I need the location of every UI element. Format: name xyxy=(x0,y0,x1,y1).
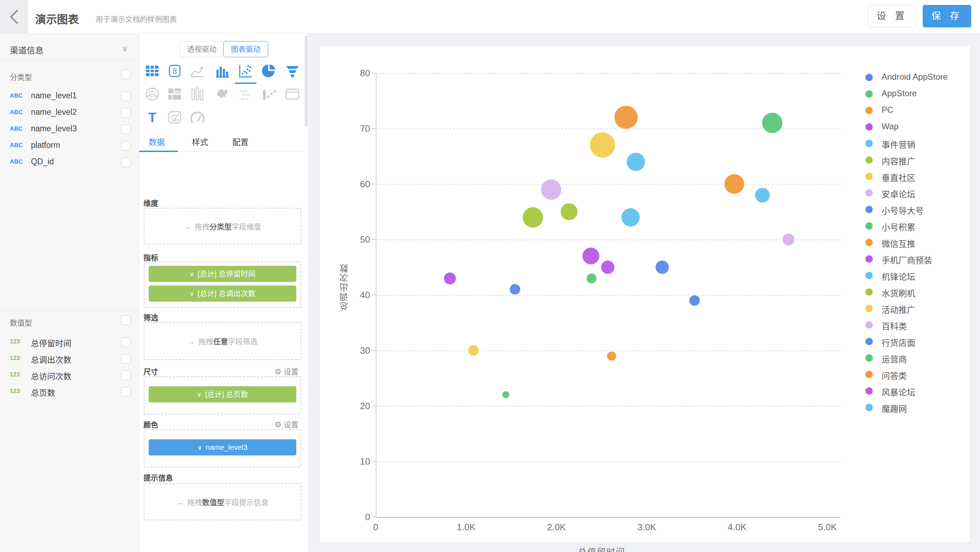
bubble-point[interactable] xyxy=(502,391,509,398)
china-map-icon[interactable] xyxy=(214,86,231,103)
size-pill[interactable]: ∨[总计] 总页数 xyxy=(149,386,296,403)
word-cloud-icon[interactable]: wordcloudagile BI xyxy=(237,86,253,103)
bubble-point[interactable] xyxy=(601,260,614,274)
field-checkbox[interactable] xyxy=(121,387,131,397)
bubble-point[interactable] xyxy=(689,295,700,306)
legend-label: 魔趣网 xyxy=(881,402,907,414)
field-checkbox[interactable] xyxy=(121,158,131,167)
tooltip-dropzone[interactable]: →拖拽数值型字段提示信息 xyxy=(144,483,301,520)
legend-label: 百科类 xyxy=(881,320,907,332)
back-button[interactable] xyxy=(0,0,28,33)
bubble-point[interactable] xyxy=(510,284,520,295)
size-shelf-label: 尺寸 xyxy=(143,366,158,376)
bubble-point[interactable] xyxy=(655,260,669,274)
text-type-icon: ABC xyxy=(10,159,23,165)
field-row-numeric[interactable]: 123总停留时间 xyxy=(0,335,139,351)
x-tick-label: 5.0K xyxy=(818,522,837,533)
bubble-point[interactable] xyxy=(762,113,783,133)
settings-button[interactable]: 设 置 xyxy=(868,5,916,27)
bubble-point[interactable] xyxy=(468,345,479,356)
bubble-point[interactable] xyxy=(541,179,562,200)
legend-dot-icon xyxy=(865,404,873,411)
line-chart-icon[interactable] xyxy=(189,62,206,79)
gauge-icon[interactable] xyxy=(189,109,206,126)
metrics-shelf-label: 指标 xyxy=(143,252,158,262)
field-name: 总调出次数 xyxy=(31,353,72,365)
field-row-numeric[interactable]: 123总调出次数 xyxy=(0,351,139,367)
field-checkbox[interactable] xyxy=(121,92,131,101)
funnel-chart-icon[interactable] xyxy=(284,62,301,79)
filter-dropzone[interactable]: →拖拽任意字段筛选 xyxy=(144,322,301,360)
text-icon[interactable]: T xyxy=(144,109,161,126)
field-row-categorical[interactable]: ABCQD_id xyxy=(0,155,139,171)
kpi-card-icon[interactable]: 8 xyxy=(166,62,183,79)
gridline-y-80 xyxy=(376,73,840,74)
field-row-numeric[interactable]: 123总页数 xyxy=(0,384,139,400)
radar-chart-icon[interactable] xyxy=(144,86,161,103)
field-row-categorical[interactable]: ABCplatform xyxy=(0,138,139,154)
bubble-point[interactable] xyxy=(523,207,543,228)
iframe-window-icon[interactable] xyxy=(284,86,301,103)
treemap-icon[interactable] xyxy=(166,86,183,103)
bar-chart-icon[interactable] xyxy=(214,62,231,79)
field-row-categorical[interactable]: ABCname_level2 xyxy=(0,105,139,122)
save-button[interactable]: 保 存 xyxy=(923,5,971,27)
bubble-point[interactable] xyxy=(614,106,638,129)
bubble-point[interactable] xyxy=(561,203,578,220)
metric-pill-1[interactable]: ∨[总计] 总停留时间 xyxy=(149,266,296,282)
color-pill[interactable]: ∨name_level3 xyxy=(149,439,296,455)
dataset-selector[interactable]: 渠道信息 ∨ xyxy=(0,39,139,60)
categorical-section-label: 分类型 xyxy=(10,71,32,82)
scatter-chart-icon[interactable] xyxy=(237,62,253,79)
bubble-point[interactable] xyxy=(755,188,770,203)
field-checkbox[interactable] xyxy=(121,338,131,347)
app-window: 演示图表 用于演示文档的样例图表 设 置 保 存 渠道信息 ∨ 分类型 ABCn… xyxy=(0,0,980,552)
histogram-icon[interactable] xyxy=(189,86,206,103)
pie-chart-icon[interactable] xyxy=(261,62,277,79)
indicator-board-icon[interactable] xyxy=(166,109,183,126)
text-type-icon: ABC xyxy=(10,92,23,99)
gridline-y-40 xyxy=(376,295,840,296)
pivot-mode-button[interactable]: 透视驱动 xyxy=(179,41,224,57)
bubble-point[interactable] xyxy=(627,153,645,171)
field-checkbox[interactable] xyxy=(121,354,131,363)
tab-style[interactable]: 样式 xyxy=(192,136,208,148)
bubble-point[interactable] xyxy=(607,352,616,361)
field-checkbox[interactable] xyxy=(121,141,131,151)
bubble-point[interactable] xyxy=(587,274,597,283)
x-tick-label: 3.0K xyxy=(637,522,656,533)
legend-dot-icon xyxy=(865,387,873,395)
metric-pill-2[interactable]: ∨[总计] 总调出次数 xyxy=(149,286,296,301)
bubble-point[interactable] xyxy=(582,247,599,265)
tooltip-drop-hint: →拖拽数值型字段提示信息 xyxy=(177,496,269,507)
bubble-point[interactable] xyxy=(783,233,794,246)
field-checkbox[interactable] xyxy=(121,108,131,117)
size-settings-button[interactable]: ⚙设置 xyxy=(275,366,298,376)
text-type-icon: ABC xyxy=(10,109,23,116)
dimension-dropzone[interactable]: →拖拽分类型字段维度 xyxy=(144,208,301,244)
bubble-point[interactable] xyxy=(444,273,456,284)
legend-dot-icon xyxy=(865,107,873,114)
bubble-point[interactable] xyxy=(622,208,640,227)
numeric-select-all-checkbox[interactable] xyxy=(121,315,131,325)
legend-dot-icon xyxy=(865,272,873,279)
field-checkbox[interactable] xyxy=(121,370,131,380)
color-settings-button[interactable]: ⚙设置 xyxy=(275,419,298,430)
tab-data[interactable]: 数据 xyxy=(149,136,165,148)
legend-label: Android AppStore xyxy=(881,72,948,82)
table-icon[interactable] xyxy=(144,62,161,79)
chevron-down-icon: ∨ xyxy=(122,44,127,53)
rank-bar-icon[interactable] xyxy=(261,86,277,103)
field-row-numeric[interactable]: 123总访问次数 xyxy=(0,368,139,384)
categorical-select-all-checkbox[interactable] xyxy=(121,70,131,79)
field-row-categorical[interactable]: ABCname_level1 xyxy=(0,89,139,105)
bubble-point[interactable] xyxy=(724,174,744,194)
field-name: name_level2 xyxy=(31,108,76,117)
tab-config[interactable]: 配置 xyxy=(232,136,248,148)
bubble-point[interactable] xyxy=(590,132,615,158)
field-row-categorical[interactable]: ABCname_level3 xyxy=(0,122,139,138)
svg-text:agile BI: agile BI xyxy=(240,98,248,100)
chart-mode-button[interactable]: 图表驱动 xyxy=(223,41,268,57)
field-checkbox[interactable] xyxy=(121,125,131,134)
field-name: 总停留时间 xyxy=(31,337,72,349)
